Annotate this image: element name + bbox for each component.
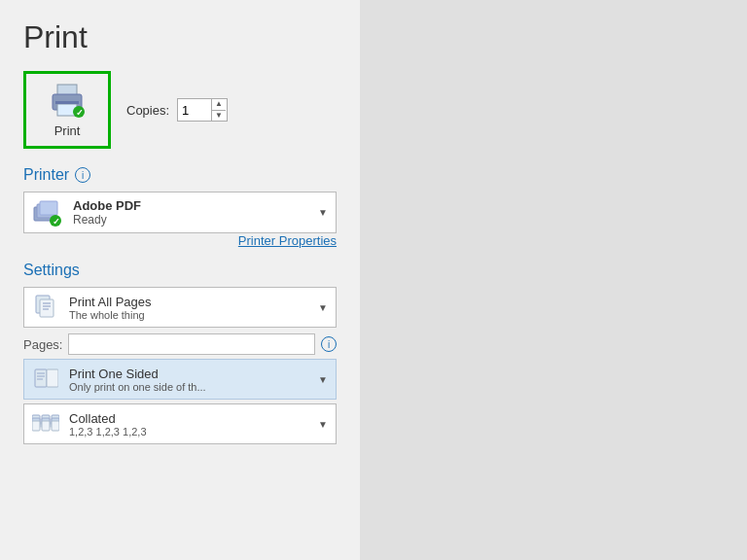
page-title: Print xyxy=(23,19,337,55)
right-panel xyxy=(360,0,747,560)
svg-rect-23 xyxy=(32,421,40,431)
collated-setting-text: Collated 1,2,3 1,2,3 1,2,3 xyxy=(69,411,318,438)
pages-row: Pages: i xyxy=(23,333,337,355)
svg-text:✓: ✓ xyxy=(76,108,84,118)
printer-section: Printer i ✓ Adobe PDF Ready ▼ Printer Pr… xyxy=(23,166,337,248)
settings-row-pages[interactable]: Print All Pages The whole thing ▼ xyxy=(23,287,337,328)
printer-info-icon[interactable]: i xyxy=(75,167,90,183)
pages-input[interactable] xyxy=(68,333,315,355)
left-panel: Print ✓ Print Copies: xyxy=(0,0,360,560)
copies-input[interactable] xyxy=(178,103,211,118)
svg-rect-16 xyxy=(35,369,47,387)
pages-icon xyxy=(32,294,59,321)
svg-rect-12 xyxy=(40,299,53,317)
svg-rect-29 xyxy=(52,421,59,431)
svg-rect-17 xyxy=(47,369,58,387)
printer-properties-link[interactable]: Printer Properties xyxy=(23,233,337,248)
pages-label: Pages: xyxy=(23,337,62,352)
svg-rect-8 xyxy=(40,201,57,215)
pages-setting-text: Print All Pages The whole thing xyxy=(69,295,318,321)
pages-dropdown-arrow: ▼ xyxy=(318,302,328,313)
printer-name: Adobe PDF xyxy=(73,198,141,213)
printer-icon: ✓ xyxy=(48,83,87,118)
printer-info: Adobe PDF Ready xyxy=(73,198,141,227)
printer-dropdown-arrow: ▼ xyxy=(318,207,328,218)
onesided-setting-main: Print One Sided xyxy=(69,367,318,381)
printer-section-title: Printer i xyxy=(23,166,337,184)
onesided-icon xyxy=(32,366,59,393)
copies-spin-down[interactable]: ▼ xyxy=(212,111,226,122)
print-button[interactable]: ✓ Print xyxy=(23,71,111,149)
copies-spin-up[interactable]: ▲ xyxy=(212,98,226,111)
print-button-area: ✓ Print Copies: ▲ ▼ xyxy=(23,71,337,149)
svg-text:✓: ✓ xyxy=(53,217,60,227)
onesided-dropdown-arrow: ▼ xyxy=(318,374,328,385)
printer-stack-icon: ✓ xyxy=(32,199,63,227)
settings-row-onesided[interactable]: Print One Sided Only print on one side o… xyxy=(23,359,337,400)
pages-setting-main: Print All Pages xyxy=(69,295,318,309)
printer-status: Ready xyxy=(73,213,141,227)
copies-input-wrap: ▲ ▼ xyxy=(177,98,228,122)
collated-dropdown-arrow: ▼ xyxy=(318,419,328,430)
settings-section: Settings Print All Pages The whole thing… xyxy=(23,262,337,444)
svg-rect-26 xyxy=(42,421,50,431)
printer-dropdown[interactable]: ✓ Adobe PDF Ready ▼ xyxy=(23,192,337,233)
pages-info-icon[interactable]: i xyxy=(321,336,337,352)
copies-label: Copies: xyxy=(126,103,169,118)
svg-rect-3 xyxy=(55,101,79,104)
copies-spinners: ▲ ▼ xyxy=(211,98,226,122)
print-button-label: Print xyxy=(54,123,81,138)
collated-icon xyxy=(32,410,59,438)
pages-setting-sub: The whole thing xyxy=(69,309,318,321)
onesided-setting-sub: Only print on one side of th... xyxy=(69,381,318,393)
copies-area: Copies: ▲ ▼ xyxy=(126,98,228,122)
onesided-setting-text: Print One Sided Only print on one side o… xyxy=(69,367,318,393)
settings-row-collated[interactable]: Collated 1,2,3 1,2,3 1,2,3 ▼ xyxy=(23,403,337,444)
collated-setting-main: Collated xyxy=(69,411,318,426)
collated-setting-sub: 1,2,3 1,2,3 1,2,3 xyxy=(69,426,318,438)
settings-section-title: Settings xyxy=(23,262,337,279)
